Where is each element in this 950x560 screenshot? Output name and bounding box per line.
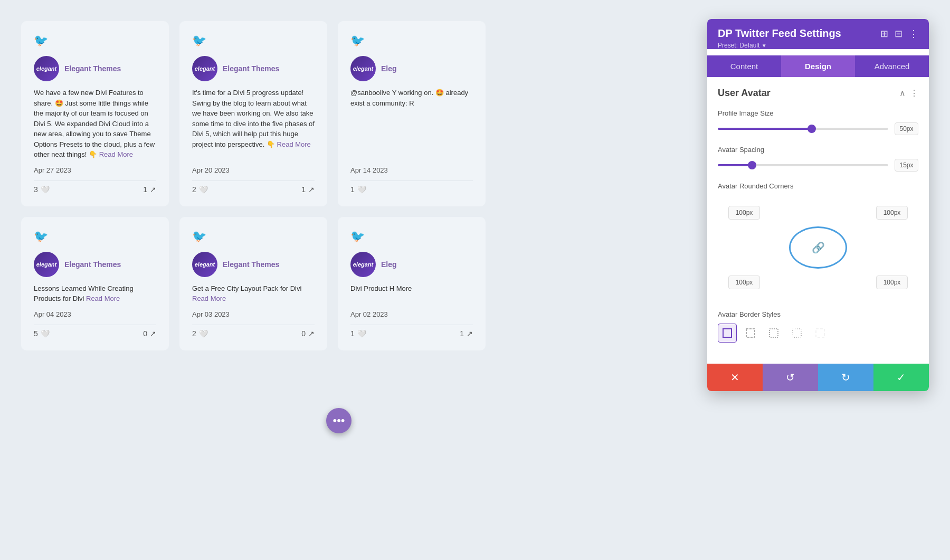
undo-button[interactable]: ↺ — [763, 364, 818, 391]
border-style-dashed-1[interactable] — [741, 324, 760, 343]
avatar-spacing-value[interactable]: 15px — [895, 159, 918, 172]
svg-rect-1 — [746, 329, 755, 337]
preset-label[interactable]: Preset: Default ▼ — [718, 42, 918, 49]
share-btn-4[interactable]: 0 ↗ — [143, 329, 156, 338]
heart-icon-3: 🤍 — [357, 185, 366, 194]
avatar-spacing-thumb[interactable] — [748, 161, 756, 169]
tab-content[interactable]: Content — [707, 55, 781, 77]
avatar-rounded-corners-label: Avatar Rounded Corners — [718, 182, 918, 190]
corner-bl[interactable] — [728, 276, 760, 289]
avatar-2: elegant — [192, 56, 217, 81]
tweet-card-2: 🐦 elegant Elegant Themes It's time for a… — [179, 21, 327, 206]
svg-rect-0 — [723, 329, 732, 337]
avatar-spacing-track[interactable] — [718, 164, 888, 166]
avatar-spacing-fill — [718, 164, 752, 166]
like-btn-2[interactable]: 2 🤍 — [192, 185, 208, 194]
svg-rect-3 — [793, 329, 801, 337]
profile-image-size-value[interactable]: 50px — [895, 122, 918, 135]
tweet-date-3: Apr 14 2023 — [350, 166, 473, 174]
twitter-icon-3: 🐦 — [350, 34, 473, 48]
avatar-spacing-row: Avatar Spacing 15px — [718, 146, 918, 172]
twitter-icon-5: 🐦 — [192, 230, 315, 243]
corner-br[interactable] — [876, 276, 908, 289]
section-header: User Avatar ∧ ⋮ — [718, 88, 918, 99]
tab-design[interactable]: Design — [781, 55, 855, 77]
share-btn-6[interactable]: 1 ↗ — [460, 329, 473, 338]
section-more-btn[interactable]: ⋮ — [910, 88, 918, 98]
section-title: User Avatar — [718, 88, 771, 99]
share-btn-1[interactable]: 1 ↗ — [143, 185, 156, 194]
corner-tl[interactable] — [728, 206, 760, 220]
read-more-2[interactable]: Read More — [277, 140, 311, 148]
like-btn-5[interactable]: 2 🤍 — [192, 329, 208, 338]
twitter-icon-6: 🐦 — [350, 230, 473, 243]
read-more-1[interactable]: Read More — [99, 150, 133, 158]
heart-icon-1: 🤍 — [41, 185, 50, 194]
more-options-icon[interactable]: ⋮ — [909, 28, 918, 40]
collapse-btn[interactable]: ∧ — [899, 88, 906, 98]
user-row-4: elegant Elegant Themes — [34, 252, 156, 277]
tweet-actions-3: 1 🤍 — [350, 181, 473, 194]
avatar-5: elegant — [192, 252, 217, 277]
avatar-border-styles-label: Avatar Border Styles — [718, 310, 918, 318]
profile-image-size-slider-row: 50px — [718, 122, 918, 135]
border-style-none[interactable] — [811, 324, 830, 343]
read-more-4[interactable]: Read More — [86, 295, 120, 302]
link-icon[interactable]: 🔗 — [812, 241, 825, 254]
tab-advanced[interactable]: Advanced — [855, 55, 929, 77]
tweet-text-3: @sanboolive Y working on. 🤩 already exis… — [350, 88, 473, 160]
svg-rect-4 — [816, 329, 824, 337]
corners-container: 🔗 — [718, 195, 918, 300]
heart-icon-2: 🤍 — [199, 185, 208, 194]
redo-button[interactable]: ↻ — [818, 364, 873, 391]
share-btn-2[interactable]: 1 ↗ — [301, 185, 315, 194]
like-btn-3[interactable]: 1 🤍 — [350, 185, 366, 194]
tweet-actions-6: 1 🤍 1 ↗ — [350, 325, 473, 338]
panel-body: User Avatar ∧ ⋮ Profile Image Size 50px … — [707, 77, 929, 364]
save-button[interactable]: ✓ — [873, 364, 929, 391]
user-row-1: elegant Elegant Themes — [34, 56, 156, 81]
read-more-5[interactable]: Read More — [192, 295, 226, 302]
oval-shape: 🔗 — [789, 226, 847, 269]
profile-image-size-thumb[interactable] — [808, 125, 816, 133]
tweet-card-5: 🐦 elegant Elegant Themes Get a Free City… — [179, 217, 327, 350]
corner-tr[interactable] — [876, 206, 908, 220]
username-2: Elegant Themes — [223, 64, 279, 73]
twitter-icon-1: 🐦 — [34, 34, 156, 48]
tweet-card-4: 🐦 elegant Elegant Themes Lessons Learned… — [21, 217, 169, 350]
profile-image-size-row: Profile Image Size 50px — [718, 109, 918, 135]
corner-inputs: 🔗 — [728, 206, 908, 289]
user-row-2: elegant Elegant Themes — [192, 56, 315, 81]
border-style-solid[interactable] — [718, 324, 737, 343]
panel-title: DP Twitter Feed Settings — [718, 27, 841, 40]
border-style-dotted[interactable] — [787, 324, 806, 343]
twitter-icon-2: 🐦 — [192, 34, 315, 48]
svg-rect-2 — [770, 329, 778, 337]
like-btn-4[interactable]: 5 🤍 — [34, 329, 50, 338]
tweet-actions-5: 2 🤍 0 ↗ — [192, 325, 315, 338]
username-4: Elegant Themes — [64, 260, 121, 269]
like-btn-1[interactable]: 3 🤍 — [34, 185, 50, 194]
profile-image-size-track[interactable] — [718, 128, 888, 130]
share-icon-4: ↗ — [150, 329, 156, 338]
undo-icon: ↺ — [786, 371, 795, 384]
share-icon-6: ↗ — [467, 329, 473, 338]
heart-icon-5: 🤍 — [199, 329, 208, 338]
tweet-date-6: Apr 02 2023 — [350, 310, 473, 318]
share-btn-5[interactable]: 0 ↗ — [301, 329, 315, 338]
cancel-button[interactable]: ✕ — [707, 364, 763, 391]
tweet-actions-1: 3 🤍 1 ↗ — [34, 181, 156, 194]
username-1: Elegant Themes — [64, 64, 121, 73]
like-btn-6[interactable]: 1 🤍 — [350, 329, 366, 338]
preset-arrow: ▼ — [762, 43, 767, 49]
tweet-actions-2: 2 🤍 1 ↗ — [192, 181, 315, 194]
username-5: Elegant Themes — [223, 260, 279, 269]
heart-icon-6: 🤍 — [357, 329, 366, 338]
split-icon[interactable]: ⊟ — [895, 28, 902, 40]
border-style-dashed-2[interactable] — [764, 324, 783, 343]
fab-button[interactable]: ••• — [326, 408, 352, 433]
username-6: Eleg — [381, 260, 397, 269]
avatar-1: elegant — [34, 56, 59, 81]
user-row-5: elegant Elegant Themes — [192, 252, 315, 277]
fullscreen-icon[interactable]: ⊞ — [880, 28, 888, 40]
